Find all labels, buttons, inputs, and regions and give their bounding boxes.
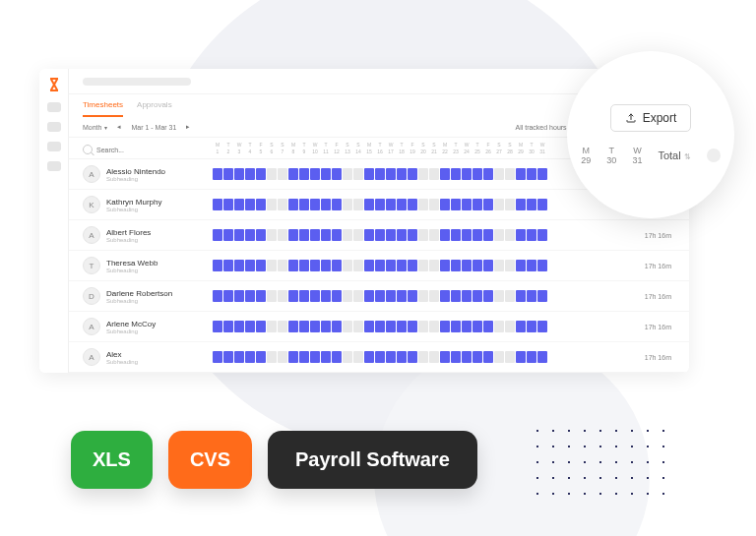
day-cell[interactable] (516, 321, 526, 332)
day-cell[interactable] (494, 321, 504, 332)
day-cell[interactable] (516, 260, 526, 271)
day-cell[interactable] (267, 199, 277, 210)
day-cell[interactable] (386, 260, 396, 271)
day-cell[interactable] (386, 290, 396, 302)
day-cell[interactable] (375, 168, 385, 180)
day-cell[interactable] (418, 290, 428, 302)
day-cell[interactable] (321, 168, 331, 180)
day-cell[interactable] (505, 351, 515, 363)
day-cell[interactable] (321, 229, 331, 241)
day-cell[interactable] (364, 229, 374, 241)
day-cell[interactable] (397, 351, 407, 363)
day-cell[interactable] (386, 321, 396, 332)
day-cell[interactable] (408, 260, 417, 271)
day-cell[interactable] (278, 260, 287, 271)
day-cell[interactable] (234, 260, 244, 271)
day-cell[interactable] (429, 321, 439, 332)
export-button[interactable]: Export (610, 104, 692, 132)
day-cell[interactable] (310, 260, 320, 271)
day-cell[interactable] (267, 321, 277, 332)
nav-item[interactable] (47, 161, 61, 171)
day-cell[interactable] (343, 168, 352, 180)
day-cell[interactable] (505, 290, 515, 302)
day-cell[interactable] (527, 199, 536, 210)
day-cell[interactable] (234, 290, 244, 302)
day-cell[interactable] (375, 351, 385, 363)
day-cell[interactable] (483, 290, 493, 302)
day-cell[interactable] (223, 321, 233, 332)
day-cell[interactable] (310, 199, 320, 210)
day-cell[interactable] (223, 351, 233, 363)
day-cell[interactable] (462, 351, 472, 363)
day-cell[interactable] (537, 321, 547, 332)
day-cell[interactable] (223, 229, 233, 241)
total-sort[interactable]: Total⇅ (658, 149, 690, 161)
day-cell[interactable] (505, 260, 515, 271)
day-cell[interactable] (397, 321, 407, 332)
filter-daterange[interactable]: Mar 1 - Mar 31 (131, 124, 176, 131)
day-cell[interactable] (375, 229, 385, 241)
day-cell[interactable] (451, 260, 461, 271)
day-cell[interactable] (256, 229, 266, 241)
day-cell[interactable] (451, 229, 461, 241)
day-cell[interactable] (310, 229, 320, 241)
day-cell[interactable] (299, 168, 309, 180)
day-cell[interactable] (505, 321, 515, 332)
day-cell[interactable] (516, 290, 526, 302)
day-cell[interactable] (527, 168, 536, 180)
day-cell[interactable] (472, 290, 482, 302)
day-cell[interactable] (332, 199, 342, 210)
day-cell[interactable] (223, 290, 233, 302)
day-cell[interactable] (418, 199, 428, 210)
day-cell[interactable] (364, 321, 374, 332)
day-cell[interactable] (440, 229, 450, 241)
day-cell[interactable] (505, 229, 515, 241)
day-cell[interactable] (483, 321, 493, 332)
day-cell[interactable] (527, 229, 536, 241)
table-row[interactable]: AAlexSubheading17h 16m (69, 342, 689, 373)
day-cell[interactable] (440, 290, 450, 302)
day-cell[interactable] (375, 260, 385, 271)
day-cell[interactable] (321, 290, 331, 302)
day-cell[interactable] (527, 290, 536, 302)
day-cell[interactable] (418, 260, 428, 271)
day-cell[interactable] (494, 351, 504, 363)
day-cell[interactable] (537, 290, 547, 302)
day-cell[interactable] (278, 199, 287, 210)
day-cell[interactable] (343, 260, 352, 271)
day-cell[interactable] (223, 199, 233, 210)
day-cell[interactable] (397, 229, 407, 241)
day-cell[interactable] (429, 229, 439, 241)
day-cell[interactable] (288, 321, 298, 332)
day-cell[interactable] (213, 290, 222, 302)
day-cell[interactable] (494, 290, 504, 302)
day-cell[interactable] (483, 260, 493, 271)
day-cell[interactable] (353, 260, 363, 271)
day-cell[interactable] (288, 290, 298, 302)
day-cell[interactable] (418, 321, 428, 332)
day-cell[interactable] (462, 229, 472, 241)
day-cell[interactable] (332, 168, 342, 180)
day-cell[interactable] (472, 321, 482, 332)
day-cell[interactable] (364, 290, 374, 302)
day-cell[interactable] (451, 199, 461, 210)
day-cell[interactable] (234, 321, 244, 332)
day-cell[interactable] (213, 260, 222, 271)
day-cell[interactable] (462, 290, 472, 302)
day-cell[interactable] (429, 351, 439, 363)
day-cell[interactable] (462, 199, 472, 210)
day-cell[interactable] (278, 321, 287, 332)
day-cell[interactable] (353, 321, 363, 332)
day-cell[interactable] (223, 168, 233, 180)
day-cell[interactable] (494, 260, 504, 271)
day-cell[interactable] (397, 290, 407, 302)
day-cell[interactable] (386, 199, 396, 210)
day-cell[interactable] (375, 321, 385, 332)
day-cell[interactable] (408, 168, 417, 180)
day-cell[interactable] (267, 168, 277, 180)
day-cell[interactable] (256, 290, 266, 302)
day-cell[interactable] (418, 168, 428, 180)
day-cell[interactable] (213, 229, 222, 241)
day-cell[interactable] (353, 290, 363, 302)
day-cell[interactable] (527, 260, 536, 271)
